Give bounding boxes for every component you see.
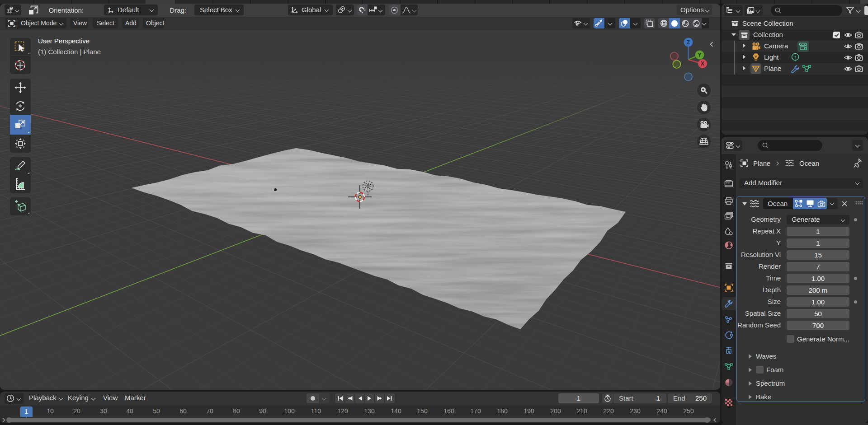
svg-text:Y: Y xyxy=(698,52,701,58)
svg-text:Z: Z xyxy=(687,39,690,46)
svg-text:X: X xyxy=(701,61,704,67)
